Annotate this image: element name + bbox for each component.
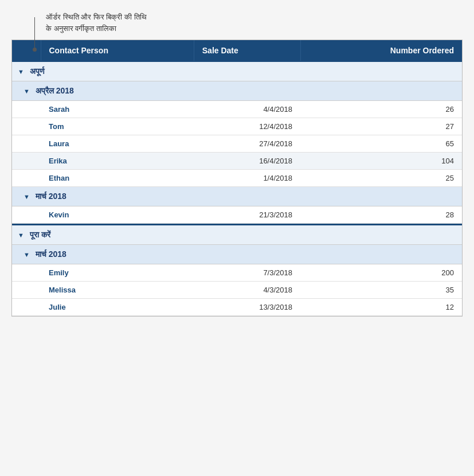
contact-cell: Emily — [41, 264, 194, 281]
quantity-cell: 26 — [300, 101, 462, 118]
row-index-cell — [12, 153, 41, 170]
quantity-cell: 28 — [300, 206, 462, 224]
table-row: Sarah 4/4/2018 26 — [12, 101, 462, 118]
contact-cell: Erika — [41, 153, 194, 170]
expand-triangle-sub-icon[interactable]: ▼ — [23, 251, 30, 258]
quantity-cell: 35 — [300, 281, 462, 298]
date-cell: 4/4/2018 — [194, 101, 300, 118]
table-row: Melissa 4/3/2018 35 — [12, 281, 462, 298]
contact-cell: Sarah — [41, 101, 194, 118]
row-index-cell — [12, 170, 41, 187]
table-row: Ethan 1/4/2018 25 — [12, 170, 462, 187]
table-body: ▼ अपूर्ण ▼ अप्रैल 2018 Sarah 4/4/2018 26… — [12, 61, 462, 315]
table-row: Kevin 21/3/2018 28 — [12, 206, 462, 224]
table-row: Tom 12/4/2018 27 — [12, 118, 462, 135]
contact-cell: Tom — [41, 118, 194, 135]
annotation-container: ऑर्डर स्थिति और फिर बिक्री की तिथि के अन… — [11, 11, 463, 34]
subgroup-header-cell: ▼ मार्च 2018 — [12, 244, 462, 264]
date-cell: 7/3/2018 — [194, 264, 300, 281]
annotation-line — [34, 17, 35, 52]
table-header-row: Contact Person Sale Date Number Ordered — [12, 40, 462, 61]
subgroup-header-cell: ▼ अप्रैल 2018 — [12, 81, 462, 101]
subgroup-header-subgroup-march-2018-complete: ▼ मार्च 2018 — [12, 244, 462, 264]
table-row: Erika 16/4/2018 104 — [12, 153, 462, 170]
quantity-cell: 104 — [300, 153, 462, 170]
date-cell: 27/4/2018 — [194, 135, 300, 153]
quantity-cell: 200 — [300, 264, 462, 281]
expand-triangle-sub-icon[interactable]: ▼ — [23, 193, 30, 200]
group-label: पूरा करें — [30, 230, 50, 239]
subgroup-label: मार्च 2018 — [36, 249, 66, 259]
quantity-cell: 12 — [300, 298, 462, 315]
row-index-cell — [12, 206, 41, 224]
data-table: Contact Person Sale Date Number Ordered … — [12, 40, 462, 316]
row-index-cell — [12, 118, 41, 135]
subgroup-header-cell: ▼ मार्च 2018 — [12, 187, 462, 206]
table-row: Julie 13/3/2018 12 — [12, 298, 462, 315]
group-header-cell: ▼ अपूर्ण — [12, 61, 462, 81]
row-index-cell — [12, 101, 41, 118]
group-header-group-complete: ▼ पूरा करें — [12, 225, 462, 245]
contact-cell: Laura — [41, 135, 194, 153]
annotation-text: ऑर्डर स्थिति और फिर बिक्री की तिथि के अन… — [46, 11, 463, 34]
quantity-cell: 25 — [300, 170, 462, 187]
contact-cell: Kevin — [41, 206, 194, 224]
contact-cell: Julie — [41, 298, 194, 315]
date-cell: 16/4/2018 — [194, 153, 300, 170]
expand-triangle-sub-icon[interactable]: ▼ — [23, 88, 30, 95]
subgroup-label: अप्रैल 2018 — [36, 86, 74, 95]
date-cell: 4/3/2018 — [194, 281, 300, 298]
date-cell: 13/3/2018 — [194, 298, 300, 315]
row-index-cell — [12, 135, 41, 153]
group-label: अपूर्ण — [30, 67, 45, 76]
row-index-cell — [12, 281, 41, 298]
column-header-index — [12, 40, 41, 61]
subgroup-header-subgroup-april-2018: ▼ अप्रैल 2018 — [12, 81, 462, 101]
contact-cell: Ethan — [41, 170, 194, 187]
subgroup-label: मार्च 2018 — [36, 192, 66, 201]
expand-triangle-icon[interactable]: ▼ — [18, 68, 24, 75]
row-index-cell — [12, 264, 41, 281]
column-header-date: Sale Date — [194, 40, 300, 61]
date-cell: 1/4/2018 — [194, 170, 300, 187]
table-row: Laura 27/4/2018 65 — [12, 135, 462, 153]
column-header-quantity: Number Ordered — [300, 40, 462, 61]
group-header-group-incomplete: ▼ अपूर्ण — [12, 61, 462, 81]
contact-cell: Melissa — [41, 281, 194, 298]
table-row: Emily 7/3/2018 200 — [12, 264, 462, 281]
expand-triangle-icon[interactable]: ▼ — [18, 232, 24, 239]
table-wrapper: Contact Person Sale Date Number Ordered … — [11, 40, 463, 317]
quantity-cell: 65 — [300, 135, 462, 153]
quantity-cell: 27 — [300, 118, 462, 135]
date-cell: 12/4/2018 — [194, 118, 300, 135]
row-index-cell — [12, 298, 41, 315]
column-header-contact: Contact Person — [41, 40, 194, 61]
group-header-cell: ▼ पूरा करें — [12, 225, 462, 245]
date-cell: 21/3/2018 — [194, 206, 300, 224]
subgroup-header-subgroup-march-2018: ▼ मार्च 2018 — [12, 187, 462, 206]
